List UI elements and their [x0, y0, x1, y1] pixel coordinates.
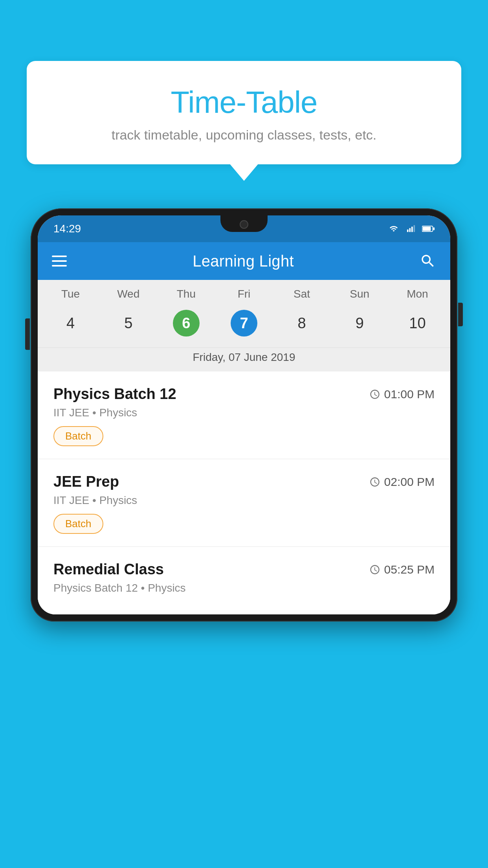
schedule-item-2[interactable]: JEE Prep 02:00 PM IIT JEE • Physics Batc… — [38, 459, 450, 547]
date-4[interactable]: 4 — [42, 307, 99, 340]
selected-date-label: Friday, 07 June 2019 — [38, 348, 450, 371]
weekday-sun: Sun — [331, 288, 389, 300]
signal-icon — [405, 224, 417, 233]
weekday-mon: Mon — [389, 288, 446, 300]
status-time: 14:29 — [53, 223, 81, 235]
weekdays-row: Tue Wed Thu Fri Sat Sun Mon — [38, 288, 450, 303]
weekday-wed: Wed — [99, 288, 157, 300]
weekday-sat: Sat — [273, 288, 331, 300]
date-10[interactable]: 10 — [389, 307, 446, 340]
schedule-time-label-3: 05:25 PM — [384, 563, 435, 576]
bubble-title: Time-Table — [42, 85, 446, 120]
speech-bubble: Time-Table track timetable, upcoming cla… — [27, 61, 461, 164]
schedule-time-label-1: 01:00 PM — [384, 388, 435, 401]
search-icon[interactable] — [420, 253, 436, 269]
svg-rect-5 — [423, 227, 431, 231]
weekday-thu: Thu — [157, 288, 215, 300]
svg-rect-3 — [413, 225, 415, 232]
schedule-header-3: Remedial Class 05:25 PM — [53, 561, 435, 578]
batch-badge-2: Batch — [53, 514, 103, 534]
clock-icon-3 — [369, 564, 380, 575]
date-5[interactable]: 5 — [99, 307, 157, 340]
schedule-header-1: Physics Batch 12 01:00 PM — [53, 386, 435, 403]
hamburger-line — [52, 265, 67, 267]
notch — [220, 215, 268, 232]
schedule-time-3: 05:25 PM — [369, 563, 435, 576]
schedule-item-1[interactable]: Physics Batch 12 01:00 PM IIT JEE • Phys… — [38, 371, 450, 459]
bubble-subtitle: track timetable, upcoming classes, tests… — [42, 127, 446, 143]
dates-row: 4 5 6 7 8 9 10 — [38, 303, 450, 348]
clock-icon-1 — [369, 389, 380, 400]
svg-rect-1 — [409, 228, 411, 232]
weekday-fri: Fri — [215, 288, 273, 300]
hamburger-line — [52, 260, 67, 262]
camera-dot — [240, 220, 248, 229]
status-bar: 14:29 — [38, 215, 450, 242]
schedule-name-2: JEE Prep — [53, 473, 119, 490]
calendar: Tue Wed Thu Fri Sat Sun Mon 4 5 6 7 8 9 … — [38, 280, 450, 371]
schedule-meta-1: IIT JEE • Physics — [53, 406, 435, 419]
date-6[interactable]: 6 — [157, 307, 215, 340]
app-title: Learning Light — [193, 252, 294, 270]
clock-icon-2 — [369, 476, 380, 487]
schedule-list: Physics Batch 12 01:00 PM IIT JEE • Phys… — [38, 371, 450, 614]
status-icons — [387, 224, 435, 233]
batch-badge-1: Batch — [53, 426, 103, 446]
hamburger-menu-icon[interactable] — [52, 256, 67, 267]
phone-outer: 14:29 — [31, 208, 457, 622]
weekday-tue: Tue — [42, 288, 99, 300]
hamburger-line — [52, 256, 67, 257]
schedule-name-3: Remedial Class — [53, 561, 164, 578]
schedule-meta-3: Physics Batch 12 • Physics — [53, 582, 435, 594]
battery-icon — [422, 224, 435, 233]
schedule-item-3[interactable]: Remedial Class 05:25 PM Physics Batch 12… — [38, 547, 450, 614]
schedule-name-1: Physics Batch 12 — [53, 386, 176, 403]
schedule-meta-2: IIT JEE • Physics — [53, 494, 435, 507]
svg-rect-2 — [411, 227, 413, 232]
date-8[interactable]: 8 — [273, 307, 331, 340]
phone-container: 14:29 — [31, 208, 457, 868]
svg-rect-0 — [407, 230, 409, 232]
svg-rect-6 — [433, 228, 435, 230]
schedule-time-label-2: 02:00 PM — [384, 475, 435, 489]
app-bar: Learning Light — [38, 242, 450, 280]
schedule-time-1: 01:00 PM — [369, 388, 435, 401]
wifi-icon — [387, 224, 400, 233]
date-7[interactable]: 7 — [215, 307, 273, 340]
schedule-header-2: JEE Prep 02:00 PM — [53, 473, 435, 490]
phone-screen: 14:29 — [38, 215, 450, 614]
date-9[interactable]: 9 — [331, 307, 389, 340]
schedule-time-2: 02:00 PM — [369, 475, 435, 489]
